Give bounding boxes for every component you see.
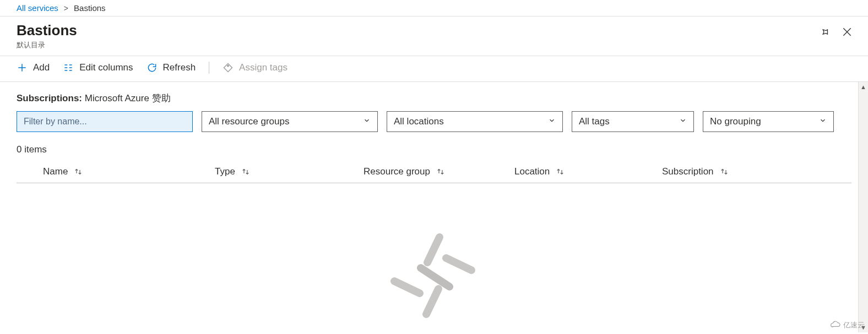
items-count: 0 items [17, 144, 851, 155]
breadcrumb: All services > Bastions [0, 0, 868, 17]
sort-icon [436, 167, 446, 177]
locations-dropdown[interactable]: All locations [387, 111, 563, 132]
chevron-down-icon [363, 116, 371, 127]
sort-icon [73, 167, 83, 177]
svg-line-13 [426, 289, 438, 314]
column-location[interactable]: Location [514, 166, 662, 177]
grouping-value: No grouping [710, 116, 761, 127]
scroll-up-icon: ▲ [859, 82, 869, 92]
locations-value: All locations [394, 116, 444, 127]
column-subscription[interactable]: Subscription [662, 166, 783, 177]
filters-row: All resource groups All locations All ta… [17, 111, 851, 132]
chevron-down-icon [548, 116, 556, 127]
vertical-scrollbar[interactable]: ▲ ▼ [858, 82, 868, 332]
assign-tags-label: Assign tags [239, 62, 287, 73]
assign-tags-button: Assign tags [223, 62, 287, 73]
content-area: Subscriptions: Microsoft Azure 赞助 All re… [0, 82, 868, 332]
refresh-icon [147, 62, 158, 73]
cloud-icon [830, 321, 841, 330]
command-bar: Add Edit columns Refresh Assign tags [0, 56, 868, 82]
sort-icon [555, 167, 565, 177]
svg-point-10 [227, 65, 229, 67]
column-subscription-label: Subscription [662, 166, 714, 177]
chevron-down-icon [819, 116, 827, 127]
plus-icon [17, 62, 28, 73]
table-header: Name Type Resource group Location Subscr… [17, 162, 851, 183]
page-subtitle: 默认目录 [17, 40, 77, 50]
column-name[interactable]: Name [43, 166, 215, 177]
refresh-label: Refresh [163, 62, 196, 73]
page-title: Bastions [17, 22, 77, 39]
tags-dropdown[interactable]: All tags [572, 111, 694, 132]
column-resource-group[interactable]: Resource group [364, 166, 514, 177]
grouping-dropdown[interactable]: No grouping [703, 111, 834, 132]
close-button[interactable] [839, 24, 855, 40]
resource-groups-dropdown[interactable]: All resource groups [202, 111, 378, 132]
column-name-label: Name [43, 166, 68, 177]
breadcrumb-all-services[interactable]: All services [17, 3, 58, 13]
pin-button[interactable] [816, 24, 832, 40]
watermark: 亿速云 [830, 320, 865, 330]
resource-groups-value: All resource groups [209, 116, 289, 127]
column-type[interactable]: Type [215, 166, 364, 177]
add-label: Add [33, 62, 50, 73]
edit-columns-label: Edit columns [79, 62, 133, 73]
tag-icon [223, 62, 234, 73]
columns-icon [63, 62, 74, 73]
tags-value: All tags [579, 116, 610, 127]
page-header: Bastions 默认目录 [0, 17, 868, 56]
svg-line-15 [421, 268, 449, 287]
column-location-label: Location [514, 166, 550, 177]
sort-icon [719, 167, 729, 177]
svg-line-12 [446, 258, 471, 270]
breadcrumb-separator-icon: > [64, 4, 68, 13]
subscriptions-row: Subscriptions: Microsoft Azure 赞助 [17, 92, 851, 105]
refresh-button[interactable]: Refresh [147, 62, 196, 73]
edit-columns-button[interactable]: Edit columns [63, 62, 133, 73]
subscriptions-label: Subscriptions: [17, 93, 82, 103]
sort-icon [241, 167, 251, 177]
svg-line-14 [394, 281, 420, 293]
filter-by-name-input[interactable] [17, 111, 193, 132]
pin-icon [818, 26, 829, 37]
svg-line-11 [427, 237, 440, 262]
empty-state-icon [389, 232, 477, 320]
toolbar-divider [209, 62, 209, 74]
breadcrumb-current: Bastions [74, 3, 106, 13]
subscriptions-value: Microsoft Azure 赞助 [85, 93, 171, 103]
close-icon [842, 26, 853, 37]
add-button[interactable]: Add [17, 62, 50, 73]
chevron-down-icon [679, 116, 687, 127]
column-resource-group-label: Resource group [364, 166, 430, 177]
column-type-label: Type [215, 166, 235, 177]
watermark-text: 亿速云 [843, 320, 865, 330]
